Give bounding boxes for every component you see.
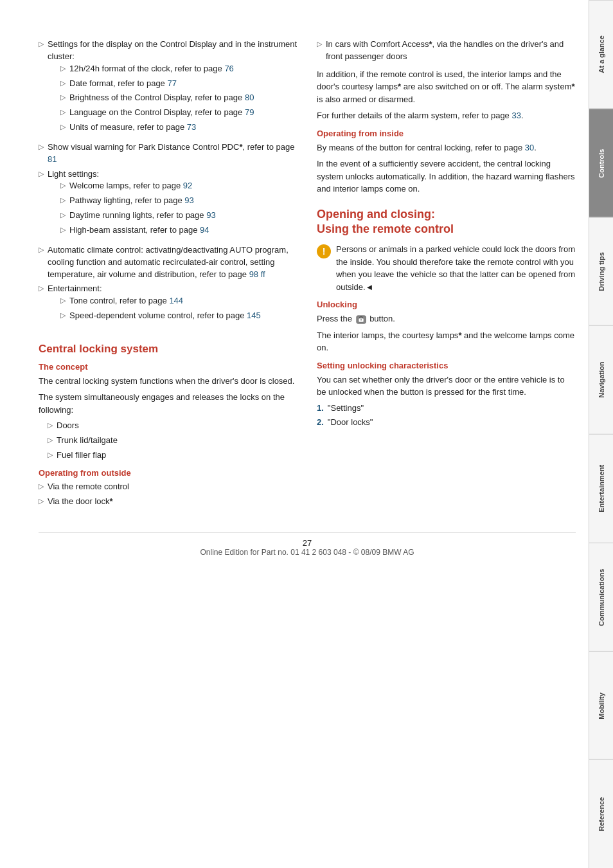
date-text: Date format, refer to page 77 bbox=[69, 78, 177, 90]
arrow-icon: ▷ bbox=[39, 284, 44, 294]
main-content: ▷ Settings for the display on the Contro… bbox=[0, 0, 589, 868]
concept-text1: The central locking system functions whe… bbox=[39, 375, 298, 388]
right-column: ▷ In cars with Comfort Access*, via the … bbox=[317, 39, 576, 513]
sidebar-tab-controls[interactable]: Controls bbox=[589, 109, 613, 217]
sidebar-tab-navigation[interactable]: Navigation bbox=[589, 325, 613, 434]
link-144[interactable]: 144 bbox=[169, 296, 183, 305]
daytime-text: Daytime running lights, refer to page 93 bbox=[69, 210, 216, 222]
highbeam-text: High-beam assistant, refer to page 94 bbox=[69, 224, 209, 237]
lock-item-doors: ▷ Doors bbox=[48, 420, 298, 432]
clock-text: 12h/24h format of the clock, refer to pa… bbox=[69, 63, 234, 75]
arrow-icon: ▷ bbox=[60, 311, 66, 321]
light-subitems: ▷ Welcome lamps, refer to page 92 ▷ Path… bbox=[60, 180, 216, 236]
link-76[interactable]: 76 bbox=[224, 64, 233, 73]
subitem-highbeam: ▷ High-beam assistant, refer to page 94 bbox=[60, 224, 216, 237]
operating-outside-subheading: Operating from outside bbox=[39, 468, 298, 478]
arrow-icon: ▷ bbox=[60, 122, 66, 132]
concept-subheading: The concept bbox=[39, 362, 298, 372]
link-81[interactable]: 81 bbox=[48, 154, 57, 164]
left-column: ▷ Settings for the display on the Contro… bbox=[39, 39, 298, 513]
two-column-layout: ▷ Settings for the display on the Contro… bbox=[39, 39, 576, 513]
right-top-list: ▷ In cars with Comfort Access*, via the … bbox=[317, 39, 576, 63]
list-item-entertainment: ▷ Entertainment: ▷ Tone control, refer t… bbox=[39, 283, 298, 327]
sidebar-tab-communications[interactable]: Communications bbox=[589, 543, 613, 651]
subitem-daytime: ▷ Daytime running lights, refer to page … bbox=[60, 210, 216, 222]
link-94[interactable]: 94 bbox=[200, 225, 209, 235]
setting-text: You can set whether only the driver's do… bbox=[317, 374, 576, 399]
subitem-date: ▷ Date format, refer to page 77 bbox=[60, 78, 298, 90]
link-93a[interactable]: 93 bbox=[184, 195, 193, 205]
main-bullet-list: ▷ Settings for the display on the Contro… bbox=[39, 39, 298, 327]
link-92[interactable]: 92 bbox=[183, 181, 192, 190]
unlocking-subheading: Unlocking bbox=[317, 300, 576, 309]
arrow-icon: ▷ bbox=[39, 39, 44, 50]
central-locking-heading: Central locking system bbox=[39, 343, 298, 356]
step-1-text: "Settings" bbox=[328, 402, 364, 415]
list-item-pdc: ▷ Show visual warning for Park Distance … bbox=[39, 141, 298, 166]
operating-inside-text: By means of the button for central locki… bbox=[317, 141, 576, 154]
language-text: Language on the Control Display, refer t… bbox=[69, 107, 254, 119]
locks-list: ▷ Doors ▷ Trunk lid/tailgate ▷ Fuel fill… bbox=[48, 420, 298, 462]
list-item-settings: ▷ Settings for the display on the Contro… bbox=[39, 39, 298, 139]
list-item-light: ▷ Light settings: ▷ Welcome lamps, refer… bbox=[39, 168, 298, 242]
arrow-icon: ▷ bbox=[39, 169, 44, 179]
arrow-icon: ▷ bbox=[60, 78, 66, 89]
step-2-text: "Door locks" bbox=[328, 417, 373, 429]
star-marker: * bbox=[239, 142, 242, 152]
subitem-tone: ▷ Tone control, refer to page 144 bbox=[60, 295, 261, 307]
comfort-access-item: ▷ In cars with Comfort Access*, via the … bbox=[317, 39, 576, 63]
setting-unlocking-subheading: Setting unlocking characteristics bbox=[317, 361, 576, 370]
sidebar-tab-mobility[interactable]: Mobility bbox=[589, 651, 613, 760]
steps-list: 1. "Settings" 2. "Door locks" bbox=[317, 402, 576, 429]
arrow-icon: ▷ bbox=[60, 93, 66, 103]
copyright-text: Online Edition for Part no. 01 41 2 603 … bbox=[39, 548, 576, 557]
outside-list: ▷ Via the remote control ▷ Via the door … bbox=[39, 481, 298, 508]
entertainment-subitems: ▷ Tone control, refer to page 144 ▷ Spee… bbox=[60, 295, 261, 322]
link-33[interactable]: 33 bbox=[511, 111, 520, 120]
step-num-1: 1. bbox=[317, 402, 324, 415]
link-73[interactable]: 73 bbox=[187, 122, 196, 132]
comfort-access-text: In cars with Comfort Access*, via the ha… bbox=[326, 39, 576, 63]
warning-text: Persons or animals in a parked vehicle c… bbox=[336, 243, 576, 293]
climate-text: Automatic climate control: activating/de… bbox=[48, 244, 298, 281]
link-79[interactable]: 79 bbox=[245, 107, 254, 117]
link-30[interactable]: 30 bbox=[525, 143, 534, 152]
tone-text: Tone control, refer to page 144 bbox=[69, 295, 183, 307]
arrow-icon: ▷ bbox=[48, 420, 53, 431]
subitem-welcome: ▷ Welcome lamps, refer to page 92 bbox=[60, 180, 216, 192]
pdc-text: Show visual warning for Park Distance Co… bbox=[48, 141, 298, 166]
link-98[interactable]: 98 bbox=[249, 269, 258, 279]
page-number: 27 bbox=[39, 538, 576, 548]
star-marker3: * bbox=[429, 39, 432, 49]
pathway-text: Pathway lighting, refer to page 93 bbox=[69, 195, 194, 207]
link-80[interactable]: 80 bbox=[245, 93, 254, 102]
sidebar-tab-entertainment[interactable]: Entertainment bbox=[589, 434, 613, 543]
sidebar-tab-at-a-glance[interactable]: At a glance bbox=[589, 0, 613, 109]
arrow-icon: ▷ bbox=[48, 435, 53, 446]
speed-volume-text: Speed-dependent volume control, refer to… bbox=[69, 310, 261, 322]
step-2: 2. "Door locks" bbox=[317, 417, 576, 429]
arrow-icon: ▷ bbox=[60, 64, 66, 74]
svg-point-2 bbox=[360, 320, 362, 321]
entertainment-text: Entertainment: bbox=[48, 284, 102, 293]
subitem-brightness: ▷ Brightness of the Control Display, ref… bbox=[60, 92, 298, 104]
sidebar-tab-reference[interactable]: Reference bbox=[589, 759, 613, 868]
link-ff[interactable]: ff bbox=[261, 269, 265, 279]
link-93b[interactable]: 93 bbox=[206, 210, 215, 220]
trunk-text: Trunk lid/tailgate bbox=[57, 435, 118, 447]
outside-item-remote: ▷ Via the remote control bbox=[39, 481, 298, 493]
arrow-icon: ▷ bbox=[39, 496, 44, 507]
arrow-icon: ▷ bbox=[60, 225, 66, 235]
brightness-text: Brightness of the Control Display, refer… bbox=[69, 92, 254, 104]
subitem-units: ▷ Units of measure, refer to page 73 bbox=[60, 122, 298, 134]
star-marker2: * bbox=[110, 496, 113, 506]
lock-button-icon bbox=[356, 315, 366, 324]
link-77[interactable]: 77 bbox=[167, 78, 176, 88]
lock-item-fuel: ▷ Fuel filler flap bbox=[48, 449, 298, 462]
subitem-clock: ▷ 12h/24h format of the clock, refer to … bbox=[60, 63, 298, 75]
unlocking-text: Press the button. bbox=[317, 312, 576, 325]
link-145[interactable]: 145 bbox=[247, 311, 261, 320]
subitem-language: ▷ Language on the Control Display, refer… bbox=[60, 107, 298, 119]
arrow-icon: ▷ bbox=[60, 296, 66, 306]
sidebar-tab-driving-tips[interactable]: Driving tips bbox=[589, 217, 613, 326]
